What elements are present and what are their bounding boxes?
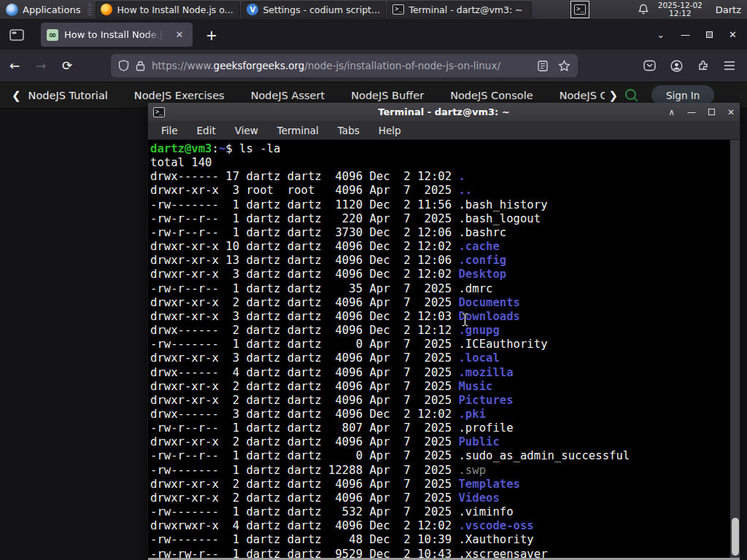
terminal-line: drwx------ 4 dartz dartz 4096 Apr 7 2025…	[150, 366, 740, 380]
terminal-line: drwxr-xr-x 13 dartz dartz 4096 Dec 2 12:…	[150, 254, 740, 268]
terminal-menu-edit[interactable]: Edit	[197, 125, 216, 136]
terminal-line: -rw-r--r-- 1 dartz dartz 35 Apr 7 2025 .…	[150, 282, 740, 296]
nav-scroll-left-chevron-icon[interactable]: ❮	[7, 89, 26, 102]
terminal-icon: >_	[153, 107, 165, 117]
window-maximize-button[interactable]	[706, 31, 713, 38]
terminal-line: drwx------ 2 dartz dartz 4096 Dec 2 12:1…	[150, 324, 740, 338]
terminal-shade-button[interactable]: ∧	[668, 107, 675, 117]
terminal-line: drwxr-xr-x 3 dartz dartz 4096 Dec 2 12:0…	[150, 268, 740, 281]
search-icon[interactable]	[624, 88, 640, 104]
terminal-line: drwxr-xr-x 2 dartz dartz 4096 Apr 7 2025…	[150, 394, 740, 408]
terminal-menu-file[interactable]: File	[161, 125, 178, 136]
terminal-window: >_ Terminal - dartz@vm3: ~ ∧ — ✕ FileEdi…	[147, 103, 740, 560]
taskbar-item-label: Terminal - dartz@vm3: ~	[409, 4, 522, 15]
geeksforgeeks-favicon: ∞	[47, 29, 58, 41]
terminal-scrollbar[interactable]	[730, 140, 740, 558]
terminal-line: -rw------- 1 dartz dartz 0 Apr 7 2025 .I…	[150, 338, 740, 351]
gfg-nav-link[interactable]: NodeJS Tutorial	[28, 90, 108, 101]
terminal-menu-help[interactable]: Help	[379, 125, 401, 136]
terminal-output: dartz@vm3:~$ ls -latotal 140drwx------ 1…	[148, 140, 740, 560]
gfg-nav-links: NodeJS TutorialNodeJS ExercisesNodeJS As…	[28, 90, 605, 101]
terminal-line: -rw------- 1 dartz dartz 532 Apr 7 2025 …	[150, 505, 740, 519]
gfg-nav-link[interactable]: NodeJS Crypto	[560, 90, 605, 101]
url-path: /node-js/installation-of-node-js-on-linu…	[304, 60, 500, 71]
url-domain: geeksforgeeks.org	[214, 60, 305, 71]
account-icon[interactable]	[670, 60, 683, 72]
hamburger-menu-icon[interactable]	[724, 61, 735, 71]
terminal-line: -rw-r--r-- 1 dartz dartz 3730 Dec 2 12:0…	[150, 226, 740, 240]
lock-icon[interactable]	[136, 61, 145, 71]
terminal-scrollbar-thumb[interactable]	[732, 518, 739, 556]
reader-mode-icon[interactable]	[538, 61, 548, 71]
navigation-toolbar: ← → ⟳ https://www.geeksforgeeks.org/node…	[0, 50, 747, 82]
terminal-body[interactable]: dartz@vm3:~$ ls -latotal 140drwx------ 1…	[148, 140, 740, 558]
shield-icon[interactable]	[118, 60, 129, 71]
list-all-tabs-chevron-icon[interactable]: ⌄	[657, 29, 665, 40]
panel-user-menu[interactable]: Dartz	[711, 4, 741, 15]
gfg-nav-link[interactable]: NodeJS Buffer	[351, 90, 424, 101]
terminal-menu-terminal[interactable]: Terminal	[277, 125, 319, 136]
terminal-line: -rw------- 1 dartz dartz 1120 Dec 2 11:5…	[150, 198, 740, 212]
url-text: https://www.geeksforgeeks.org/node-js/in…	[152, 60, 531, 71]
terminal-line: drwxr-xr-x 3 dartz dartz 4096 Apr 7 2025…	[150, 351, 740, 365]
extensions-icon[interactable]	[697, 60, 709, 71]
vscodium-icon: V	[247, 4, 258, 15]
terminal-line: total 140	[150, 156, 740, 170]
reload-button[interactable]: ⟳	[55, 54, 79, 77]
terminal-menu-tabs[interactable]: Tabs	[338, 125, 360, 136]
pocket-icon[interactable]	[643, 60, 656, 71]
url-bar[interactable]: https://www.geeksforgeeks.org/node-js/in…	[111, 54, 578, 77]
taskbar-item-codium[interactable]: V Settings - codium script...	[241, 1, 386, 18]
terminal-maximize-button[interactable]	[708, 109, 715, 115]
window-close-button[interactable]: ✕	[729, 29, 737, 40]
terminal-titlebar[interactable]: >_ Terminal - dartz@vm3: ~ ∧ — ✕	[148, 103, 740, 121]
terminal-line: -rw-r--r-- 1 dartz dartz 807 Apr 7 2025 …	[150, 421, 740, 435]
gfg-nav-link[interactable]: NodeJS Assert	[251, 90, 325, 101]
terminal-close-button[interactable]: ✕	[727, 107, 735, 117]
window-minimize-button[interactable]: —	[681, 29, 690, 40]
terminal-minimize-button[interactable]: —	[687, 107, 696, 117]
taskbar-item-label: How to Install Node.js o...	[117, 4, 233, 15]
nav-scroll-right-chevron-icon[interactable]: ❯	[605, 89, 623, 102]
terminal-icon: >_	[392, 4, 404, 15]
mouse-ibeam-cursor	[461, 313, 469, 327]
terminal-line: drwxr-xr-x 2 dartz dartz 4096 Apr 7 2025…	[150, 380, 740, 394]
terminal-line: -rw-r--r-- 1 dartz dartz 220 Apr 7 2025 …	[150, 212, 740, 226]
gfg-nav-link[interactable]: NodeJS Console	[450, 90, 533, 101]
tab-close-icon[interactable]: ✕	[172, 28, 187, 42]
forward-button[interactable]: →	[29, 54, 53, 77]
terminal-line: -rw------- 1 dartz dartz 48 Dec 2 10:39 …	[150, 533, 740, 547]
terminal-line: drwxr-xr-x 3 root root 4096 Apr 7 2025 .…	[150, 184, 740, 198]
terminal-line: drwxrwxr-x 4 dartz dartz 4096 Dec 2 12:0…	[150, 519, 740, 533]
taskbar-item-label: Settings - codium script...	[263, 4, 379, 15]
taskbar-item-terminal[interactable]: >_ Terminal - dartz@vm3: ~	[387, 1, 532, 18]
firefox-view-icon	[9, 29, 24, 41]
applications-menu-label: Applications	[23, 4, 80, 15]
terminal-line: drwxr-xr-x 2 dartz dartz 4096 Apr 7 2025…	[150, 491, 740, 505]
panel-clock[interactable]: 2025-12-02 12:12	[658, 1, 703, 18]
desktop: Applications How to Install Node.js o...…	[0, 0, 747, 560]
taskbar-item-browser[interactable]: How to Install Node.js o...	[96, 1, 240, 18]
terminal-line: -rw------- 1 dartz dartz 12288 Apr 7 202…	[150, 464, 740, 478]
new-tab-button[interactable]: +	[201, 25, 222, 45]
firefox-icon	[101, 4, 112, 15]
top-panel: Applications How to Install Node.js o...…	[0, 0, 747, 20]
terminal-title: Terminal - dartz@vm3: ~	[148, 106, 740, 117]
tray-terminal-icon[interactable]: >_	[570, 1, 589, 18]
bookmark-star-icon[interactable]	[558, 60, 570, 71]
terminal-menu-view[interactable]: View	[235, 125, 258, 136]
terminal-icon: >_	[574, 4, 586, 15]
tab-bar: ∞ How to Install Node.js on ✕ + ⌄ — ✕	[0, 20, 747, 50]
firefox-view-button[interactable]	[6, 26, 28, 44]
terminal-line: drwxr-xr-x 2 dartz dartz 4096 Apr 7 2025…	[150, 478, 740, 491]
terminal-line: -rw-r--r-- 1 dartz dartz 0 Apr 7 2025 .s…	[150, 449, 740, 463]
panel-separator	[88, 4, 92, 15]
tab-active[interactable]: ∞ How to Install Node.js on ✕	[41, 23, 193, 47]
terminal-line: drwx------ 3 dartz dartz 4096 Dec 2 12:0…	[150, 408, 740, 421]
gfg-nav-link[interactable]: NodeJS Exercises	[134, 90, 225, 101]
applications-menu-button[interactable]: Applications	[0, 0, 86, 19]
back-button[interactable]: ←	[3, 54, 26, 77]
terminal-line: drwxr-xr-x 10 dartz dartz 4096 Dec 2 12:…	[150, 240, 740, 254]
notification-bell-icon[interactable]	[638, 4, 649, 15]
sign-in-button[interactable]: Sign In	[651, 85, 714, 105]
